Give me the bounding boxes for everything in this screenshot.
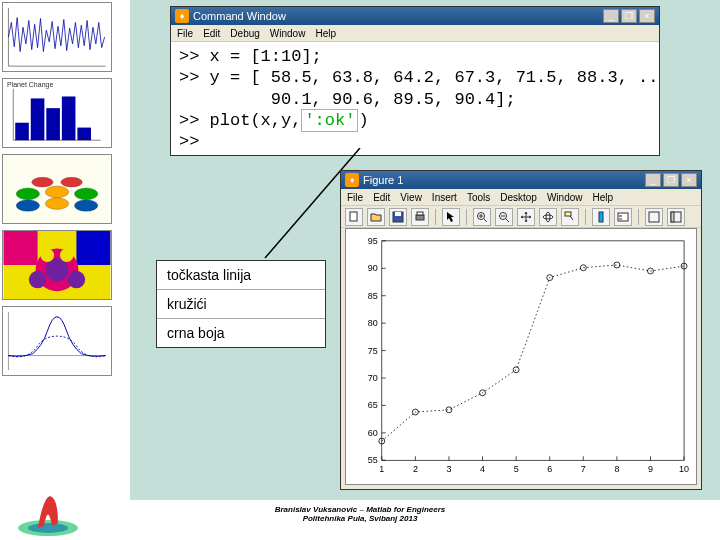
rotate-3d-button[interactable] <box>539 208 557 226</box>
show-plot-tools-button[interactable] <box>667 208 685 226</box>
svg-rect-5 <box>46 108 60 140</box>
svg-text:85: 85 <box>368 291 378 301</box>
close-button[interactable]: × <box>681 173 697 187</box>
menu-edit[interactable]: Edit <box>373 192 390 203</box>
thumb-noisy-signal <box>2 2 112 72</box>
menu-window[interactable]: Window <box>547 192 583 203</box>
command-window: ♦ Command Window _ ❐ × File Edit Debug W… <box>170 6 660 156</box>
menu-desktop[interactable]: Desktop <box>500 192 537 203</box>
svg-rect-54 <box>649 212 659 222</box>
legend-circles: kružići <box>157 290 325 319</box>
legend-black-color: crna boja <box>157 319 325 347</box>
svg-rect-50 <box>599 212 603 222</box>
insert-legend-button[interactable] <box>614 208 632 226</box>
menu-insert[interactable]: Insert <box>432 192 457 203</box>
plot-axes[interactable]: 55606570758085909512345678910 <box>345 228 697 485</box>
svg-point-14 <box>32 177 53 187</box>
menu-help[interactable]: Help <box>315 28 336 39</box>
zoom-in-button[interactable] <box>473 208 491 226</box>
svg-rect-56 <box>671 212 674 222</box>
svg-rect-28 <box>4 307 111 375</box>
menu-edit[interactable]: Edit <box>203 28 220 39</box>
data-cursor-button[interactable] <box>561 208 579 226</box>
svg-point-18 <box>74 200 97 212</box>
new-figure-button[interactable] <box>345 208 363 226</box>
svg-point-11 <box>16 188 39 200</box>
minimize-button[interactable]: _ <box>645 173 661 187</box>
menu-debug[interactable]: Debug <box>230 28 259 39</box>
svg-rect-34 <box>350 212 357 221</box>
menu-tools[interactable]: Tools <box>467 192 490 203</box>
svg-text:65: 65 <box>368 400 378 410</box>
svg-text:80: 80 <box>368 318 378 328</box>
svg-line-44 <box>506 219 509 222</box>
svg-point-46 <box>543 215 553 219</box>
svg-text:10: 10 <box>679 464 689 474</box>
format-legend: točkasta linija kružići crna boja <box>156 260 326 348</box>
pointer-button[interactable] <box>442 208 460 226</box>
save-button[interactable] <box>389 208 407 226</box>
command-window-body[interactable]: >> x = [1:10]; >> y = [ 58.5, 63.8, 64.2… <box>171 42 659 155</box>
svg-line-40 <box>484 219 487 222</box>
hide-plot-tools-button[interactable] <box>645 208 663 226</box>
svg-point-15 <box>61 177 82 187</box>
pan-button[interactable] <box>517 208 535 226</box>
svg-text:8: 8 <box>614 464 619 474</box>
svg-rect-38 <box>417 212 423 215</box>
open-button[interactable] <box>367 208 385 226</box>
maximize-button[interactable]: ❐ <box>621 9 637 23</box>
svg-point-47 <box>546 212 550 222</box>
svg-rect-37 <box>416 215 424 220</box>
svg-text:2: 2 <box>413 464 418 474</box>
maximize-button[interactable]: ❐ <box>663 173 679 187</box>
svg-rect-4 <box>31 98 45 140</box>
minimize-button[interactable]: _ <box>603 9 619 23</box>
svg-point-25 <box>68 271 85 288</box>
zoom-out-button[interactable] <box>495 208 513 226</box>
menu-window[interactable]: Window <box>270 28 306 39</box>
command-window-title: Command Window <box>193 10 286 22</box>
svg-rect-57 <box>382 241 684 460</box>
svg-point-12 <box>45 186 68 198</box>
thumb-label: Planet Change <box>7 81 53 88</box>
thumb-fractal <box>2 230 112 300</box>
svg-text:75: 75 <box>368 346 378 356</box>
thumb-sinc-curves <box>2 306 112 376</box>
figure-window-titlebar[interactable]: ♦ Figure 1 _ ❐ × <box>341 171 701 189</box>
svg-text:55: 55 <box>368 455 378 465</box>
svg-text:4: 4 <box>480 464 485 474</box>
svg-point-24 <box>29 271 46 288</box>
close-button[interactable]: × <box>639 9 655 23</box>
svg-rect-6 <box>62 96 76 140</box>
menu-file[interactable]: File <box>177 28 193 39</box>
plot-format-string: ':ok' <box>301 109 358 132</box>
print-button[interactable] <box>411 208 429 226</box>
thumbnail-column: Planet Change <box>2 2 122 382</box>
figure-window-menubar: File Edit View Insert Tools Desktop Wind… <box>341 189 701 206</box>
svg-text:95: 95 <box>368 236 378 246</box>
svg-text:90: 90 <box>368 263 378 273</box>
svg-rect-20 <box>4 231 38 265</box>
svg-rect-3 <box>15 123 29 140</box>
svg-text:6: 6 <box>547 464 552 474</box>
svg-text:5: 5 <box>514 464 519 474</box>
footer-line-1: Branislav Vuksanovic – Matlab for Engine… <box>0 505 720 515</box>
thumb-bar-chart: Planet Change <box>2 78 112 148</box>
footer-line-2: Politehnika Pula, Svibanj 2013 <box>0 514 720 524</box>
svg-rect-48 <box>565 212 571 216</box>
menu-view[interactable]: View <box>400 192 422 203</box>
command-window-titlebar[interactable]: ♦ Command Window _ ❐ × <box>171 7 659 25</box>
menu-help[interactable]: Help <box>593 192 614 203</box>
insert-colorbar-button[interactable] <box>592 208 610 226</box>
svg-text:3: 3 <box>446 464 451 474</box>
thumb-3d-surface <box>2 154 112 224</box>
svg-point-16 <box>16 200 39 212</box>
svg-line-49 <box>570 216 573 220</box>
menu-file[interactable]: File <box>347 192 363 203</box>
svg-rect-7 <box>77 128 91 141</box>
svg-text:9: 9 <box>648 464 653 474</box>
svg-rect-21 <box>76 231 110 265</box>
svg-point-32 <box>28 523 68 533</box>
svg-rect-51 <box>618 213 628 221</box>
command-window-menubar: File Edit Debug Window Help <box>171 25 659 42</box>
